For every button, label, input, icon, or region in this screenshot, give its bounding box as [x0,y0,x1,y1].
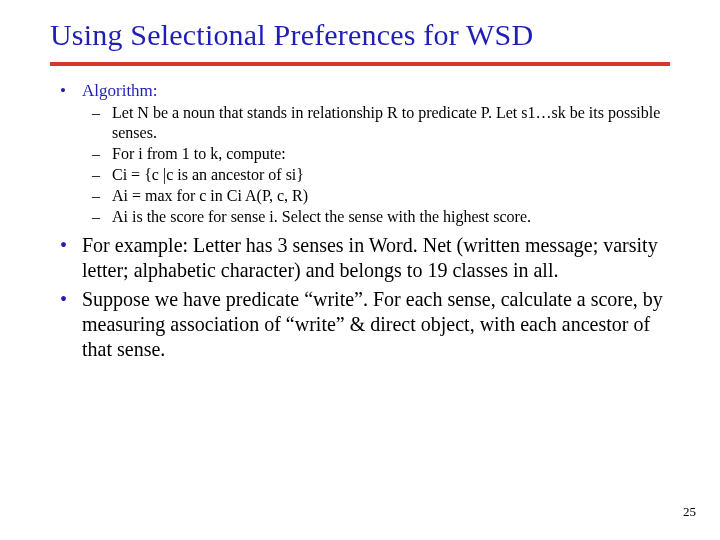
algorithm-steps: Let N be a noun that stands in relations… [82,103,670,227]
slide: Using Selectional Preferences for WSD Al… [0,0,720,540]
slide-body: Algorithm: Let N be a noun that stands i… [0,66,720,362]
algorithm-step: Let N be a noun that stands in relations… [82,103,670,143]
slide-title: Using Selectional Preferences for WSD [0,0,720,52]
bullet-list: Algorithm: Let N be a noun that stands i… [50,80,670,362]
algorithm-label: Algorithm: [82,81,158,100]
algorithm-step: Ai = max for c in Ci A(P, c, R) [82,186,670,206]
bullet-example: For example: Letter has 3 senses in Word… [50,233,670,283]
algorithm-step: Ai is the score for sense i. Select the … [82,207,670,227]
bullet-algorithm: Algorithm: Let N be a noun that stands i… [50,80,670,227]
algorithm-step: For i from 1 to k, compute: [82,144,670,164]
algorithm-step: Ci = {c |c is an ancestor of si} [82,165,670,185]
page-number: 25 [683,504,696,520]
bullet-suppose: Suppose we have predicate “write”. For e… [50,287,670,362]
